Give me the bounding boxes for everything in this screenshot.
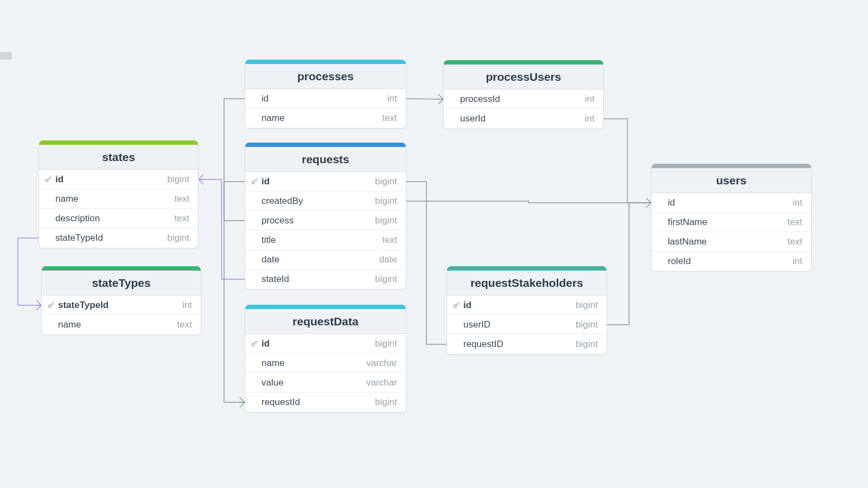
column-type: bigint	[167, 233, 189, 243]
column-row[interactable]: stateTypeIdbigint	[39, 228, 198, 248]
table-users[interactable]: usersidintfirstNametextlastNametextroleI…	[651, 164, 812, 272]
column-row[interactable]: processIdint	[444, 89, 603, 109]
column-type: bigint	[576, 319, 598, 330]
column-type: text	[175, 213, 189, 224]
column-name: id	[261, 176, 270, 187]
column-row[interactable]: idbigint	[245, 172, 406, 191]
column-type: text	[177, 319, 192, 330]
column-name: name	[55, 194, 79, 204]
table-header: requestData	[245, 305, 406, 334]
table-header: users	[652, 164, 811, 193]
column-name: createdBy	[261, 196, 303, 207]
svg-line-2	[36, 305, 41, 310]
svg-line-8	[240, 402, 245, 407]
column-name: requestId	[261, 397, 300, 408]
column-name: id	[55, 174, 63, 185]
key-icon	[251, 178, 258, 185]
table-processes[interactable]: processesidintnametext	[245, 60, 406, 129]
svg-line-11	[646, 203, 651, 208]
column-name: stateTypeId	[55, 233, 103, 243]
column-row[interactable]: userIDbigint	[447, 315, 607, 335]
svg-line-6	[240, 397, 245, 402]
table-processUsers[interactable]: processUsersprocessIdintuserIdint	[443, 60, 604, 129]
column-name: name	[261, 358, 285, 369]
column-name: stateId	[261, 274, 289, 285]
svg-line-12	[406, 99, 443, 99]
column-row[interactable]: firstNametext	[652, 213, 811, 232]
column-type: date	[379, 254, 397, 265]
column-type: int	[182, 300, 192, 311]
column-row[interactable]: titletext	[245, 230, 406, 250]
column-name: firstName	[668, 217, 707, 228]
column-name: id	[668, 197, 675, 208]
column-name: id	[261, 338, 270, 349]
column-row[interactable]: processbigint	[245, 211, 406, 230]
table-requestStakeholders[interactable]: requestStakeholdersidbigintuserIDbigintr…	[446, 266, 607, 355]
column-row[interactable]: idint	[652, 193, 811, 213]
column-name: name	[58, 319, 81, 330]
table-header: requestStakeholders	[447, 266, 607, 296]
column-type: text	[382, 235, 397, 246]
column-name: date	[261, 254, 279, 265]
column-name: id	[261, 93, 269, 104]
column-type: varchar	[366, 358, 397, 369]
column-row[interactable]: nametext	[39, 189, 198, 209]
key-icon	[44, 176, 52, 183]
svg-line-5	[199, 179, 203, 184]
column-name: description	[55, 213, 100, 224]
key-icon	[452, 301, 460, 309]
table-requestData[interactable]: requestDataidbigintnamevarcharvaluevarch…	[245, 305, 406, 413]
column-row[interactable]: nametext	[42, 315, 201, 335]
column-type: text	[175, 194, 189, 204]
column-type: bigint	[167, 174, 189, 185]
column-row[interactable]: idbigint	[245, 334, 406, 354]
column-type: int	[793, 256, 802, 267]
svg-line-13	[438, 94, 443, 99]
column-type: bigint	[375, 274, 397, 285]
column-type: int	[793, 197, 802, 208]
table-header: processUsers	[444, 60, 603, 89]
column-row[interactable]: idint	[245, 89, 406, 108]
column-row[interactable]: requestIdbigint	[245, 393, 406, 412]
table-stateTypes[interactable]: stateTypesstateTypeIdintnametext	[41, 266, 201, 335]
table-states[interactable]: statesidbigintnametextdescriptiontextsta…	[39, 140, 199, 248]
column-row[interactable]: requestIDbigint	[447, 335, 607, 354]
column-name: processId	[460, 94, 500, 105]
column-type: int	[387, 93, 397, 104]
column-row[interactable]: idbigint	[447, 296, 607, 315]
column-name: lastName	[668, 236, 707, 247]
tab-stub	[0, 52, 12, 60]
svg-line-9	[646, 198, 651, 203]
column-row[interactable]: stateIdbigint	[245, 269, 406, 289]
column-name: userId	[460, 113, 486, 124]
column-row[interactable]: datedate	[245, 250, 406, 269]
column-type: int	[585, 113, 595, 124]
svg-line-3	[199, 175, 203, 179]
column-row[interactable]: descriptiontext	[39, 209, 198, 228]
column-row[interactable]: valuevarchar	[245, 373, 406, 393]
column-row[interactable]: createdBybigint	[245, 191, 406, 211]
column-row[interactable]: nametext	[245, 108, 406, 128]
column-name: requestID	[463, 339, 503, 350]
key-icon	[47, 301, 55, 309]
column-row[interactable]: stateTypeIdint	[42, 296, 201, 315]
column-type: text	[382, 113, 397, 124]
table-requests[interactable]: requestsidbigintcreatedBybigintprocessbi…	[245, 143, 406, 290]
column-type: bigint	[375, 196, 397, 207]
column-name: name	[261, 113, 285, 124]
column-row[interactable]: roleIdint	[652, 252, 811, 271]
column-type: bigint	[375, 338, 397, 349]
column-type: bigint	[576, 339, 598, 350]
column-type: bigint	[375, 215, 397, 226]
table-header: requests	[245, 143, 406, 172]
column-type: bigint	[375, 397, 397, 408]
column-row[interactable]: lastNametext	[652, 232, 811, 252]
svg-line-15	[438, 99, 443, 104]
column-row[interactable]: userIdint	[444, 109, 603, 129]
column-type: bigint	[576, 300, 598, 311]
column-type: text	[788, 217, 802, 228]
column-name: stateTypeId	[58, 300, 108, 311]
column-name: process	[261, 215, 294, 226]
column-row[interactable]: namevarchar	[245, 354, 406, 373]
column-row[interactable]: idbigint	[39, 170, 198, 189]
